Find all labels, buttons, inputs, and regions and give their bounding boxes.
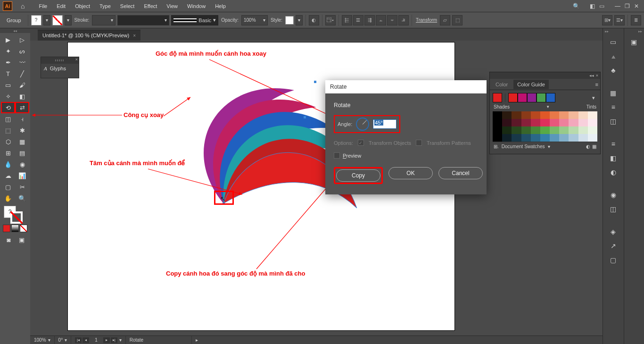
next-artboard-icon[interactable]: ▸	[103, 337, 110, 343]
harmony-swatch[interactable]	[518, 93, 527, 102]
slice-tool[interactable]: ✂	[15, 181, 29, 193]
graph-tool[interactable]: 📊	[15, 170, 29, 181]
graphic-styles-icon[interactable]: ◫	[607, 204, 619, 214]
align-left-icon[interactable]: ⬱	[342, 15, 352, 25]
harmony-swatch[interactable]	[537, 93, 546, 102]
line-tool[interactable]: ╱	[15, 68, 29, 79]
free-transform-tool[interactable]: ⬚	[1, 125, 15, 136]
eyedropper-tool[interactable]: 💧	[1, 159, 15, 170]
color-guide-panel[interactable]: ◂◂× Color Color Guide ≡ ▾ Shades ▼ Tints…	[489, 72, 601, 154]
grid-swatch[interactable]	[531, 111, 540, 119]
properties-icon[interactable]: ▭	[607, 37, 619, 47]
grid-swatch[interactable]	[550, 119, 559, 126]
save-group-icon[interactable]: ▦	[592, 144, 596, 149]
harmony-swatch[interactable]	[546, 93, 555, 102]
grid-swatch[interactable]	[502, 126, 512, 134]
style-dropdown[interactable]: ▾	[296, 15, 303, 25]
artboard-tool[interactable]: ▢	[1, 181, 15, 193]
symbol-tool[interactable]: ☁	[1, 170, 15, 181]
isolate-icon[interactable]: ⬚	[452, 15, 462, 25]
rectangle-tool[interactable]: ▭	[1, 79, 15, 91]
zoom-tool[interactable]: 🔍	[15, 193, 29, 204]
tab-close-icon[interactable]: ×	[133, 33, 136, 38]
menu-object[interactable]: Object	[70, 1, 95, 11]
menu-view[interactable]: View	[162, 1, 182, 11]
grid-swatch[interactable]	[550, 134, 559, 142]
angle-dial[interactable]	[356, 117, 369, 131]
menu-file[interactable]: File	[34, 1, 52, 11]
limit-icon[interactable]: ⊞.	[494, 144, 499, 149]
grid-swatch[interactable]	[540, 111, 550, 119]
angle-input[interactable]: 45°	[373, 119, 396, 129]
curvature-tool[interactable]: 〰	[15, 57, 29, 68]
strip-expand-icon-2[interactable]: ▸▸	[638, 29, 642, 34]
dialog-titlebar[interactable]: Rotate	[325, 80, 487, 93]
layers-icon[interactable]: ◈	[607, 227, 619, 237]
align-panel-icon[interactable]: ⿹▾	[325, 15, 336, 25]
artboards-icon[interactable]: ▢	[607, 255, 619, 265]
gradient-tool[interactable]: ▤	[15, 147, 29, 159]
grid-swatch[interactable]	[512, 134, 521, 142]
harmony-dropdown[interactable]: ▾	[590, 94, 597, 101]
grid-swatch[interactable]	[588, 119, 597, 126]
workspace-icon[interactable]: ▭	[597, 2, 606, 10]
rotate-view-field[interactable]: 0°▾	[55, 336, 72, 344]
transform-link[interactable]: Transform	[415, 17, 438, 23]
grid-swatch[interactable]	[578, 126, 588, 134]
grid-swatch[interactable]	[559, 134, 569, 142]
grid-swatch[interactable]	[569, 134, 578, 142]
tab-color-guide[interactable]: Color Guide	[513, 80, 549, 89]
direct-select-tool[interactable]: ▷	[15, 34, 29, 45]
document-tab[interactable]: Untitled-1* @ 100 % (CMYK/Preview) ×	[38, 30, 140, 41]
align-hcenter-icon[interactable]: ☰	[353, 15, 363, 25]
rotate-tool[interactable]: ⟲	[1, 102, 15, 113]
align-top-icon[interactable]: ⫠	[376, 15, 386, 25]
grid-swatch[interactable]	[569, 126, 578, 134]
harmony-swatch[interactable]	[527, 93, 537, 102]
tools-collapse[interactable]: ◂◂	[0, 28, 30, 33]
align-right-icon[interactable]: ⇶	[364, 15, 375, 25]
edit-colors-icon[interactable]: ◐	[586, 144, 590, 149]
gradient-mode-icon[interactable]	[11, 225, 19, 232]
perspective-tool[interactable]: ▦	[15, 136, 29, 147]
essentials-icon[interactable]: ⊞▾	[602, 15, 612, 25]
shape-builder-tool[interactable]: ⬡	[1, 136, 15, 147]
grid-swatch[interactable]	[502, 134, 512, 142]
selection-tool[interactable]: ▶	[1, 34, 15, 45]
mesh-tool[interactable]: ⊞	[1, 147, 15, 159]
scale-tool[interactable]: ◫	[1, 113, 15, 125]
draw-normal-icon[interactable]: ◙	[3, 234, 15, 245]
menu-edit[interactable]: Edit	[52, 1, 70, 11]
grid-swatch[interactable]	[588, 134, 597, 142]
status-menu-icon[interactable]: ▸	[196, 337, 198, 343]
cancel-button[interactable]: Cancel	[438, 167, 483, 179]
artboard-number[interactable]: 1	[91, 337, 101, 343]
grid-swatch[interactable]	[512, 126, 521, 134]
close-icon[interactable]: ✕	[632, 2, 641, 10]
grid-swatch[interactable]	[559, 119, 569, 126]
menu-window[interactable]: Window	[182, 1, 210, 11]
grid-swatch[interactable]	[559, 111, 569, 119]
stroke-weight[interactable]: ▾	[92, 15, 116, 25]
search-icon[interactable]: 🔍	[571, 2, 581, 10]
grid-swatch[interactable]	[578, 111, 588, 119]
opacity-field[interactable]: 100%▾	[241, 15, 268, 25]
hand-tool[interactable]: ✋	[1, 193, 15, 204]
grid-swatch[interactable]	[493, 134, 502, 142]
brushes-icon[interactable]: ≡	[607, 102, 619, 112]
prev-artboard-icon[interactable]: ◂	[83, 337, 89, 343]
grid-swatch[interactable]	[588, 126, 597, 134]
stroke-swatch[interactable]	[52, 15, 63, 25]
fill-stroke-control[interactable]: ?	[0, 205, 30, 224]
stroke-dropdown[interactable]: ▾	[65, 15, 72, 25]
grid-swatch[interactable]	[578, 134, 588, 142]
style-swatch[interactable]	[285, 16, 294, 25]
arrange-icon[interactable]: ◧	[587, 2, 597, 10]
last-artboard-icon[interactable]: ▸|	[111, 337, 117, 343]
reflect-tool[interactable]: ⇄	[15, 102, 29, 113]
brush-tool[interactable]: 🖌	[15, 79, 29, 91]
grid-swatch[interactable]	[578, 119, 588, 126]
glyphs-panel[interactable]: × A Glyphs	[41, 57, 79, 78]
eraser-tool[interactable]: ◧	[15, 91, 29, 102]
symbols-icon[interactable]: ◫	[607, 116, 619, 126]
